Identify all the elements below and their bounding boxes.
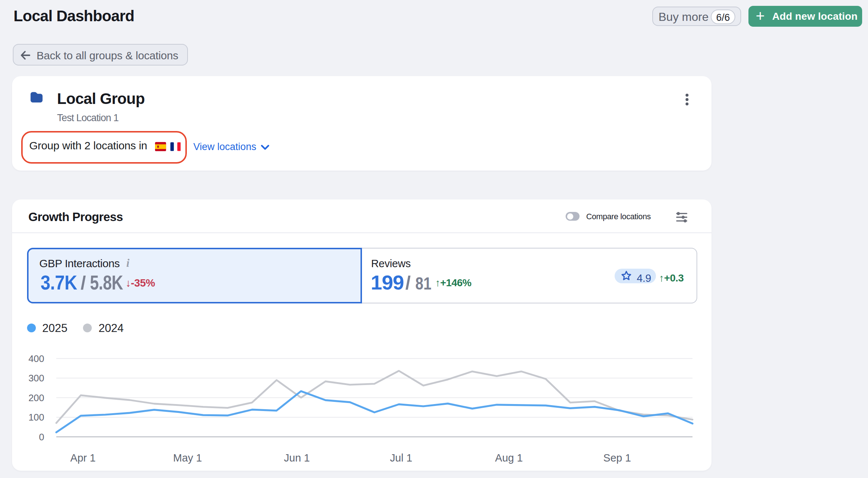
- svg-text:0: 0: [39, 432, 44, 442]
- svg-text:200: 200: [29, 392, 44, 403]
- svg-text:Sep 1: Sep 1: [603, 452, 631, 464]
- svg-text:300: 300: [29, 373, 44, 384]
- svg-text:Jun 1: Jun 1: [284, 452, 310, 464]
- svg-text:Jul 1: Jul 1: [390, 452, 412, 464]
- svg-text:Apr 1: Apr 1: [70, 452, 95, 464]
- svg-text:Aug 1: Aug 1: [495, 452, 523, 464]
- svg-text:400: 400: [29, 353, 44, 364]
- svg-text:May 1: May 1: [173, 452, 202, 464]
- svg-text:100: 100: [29, 412, 44, 423]
